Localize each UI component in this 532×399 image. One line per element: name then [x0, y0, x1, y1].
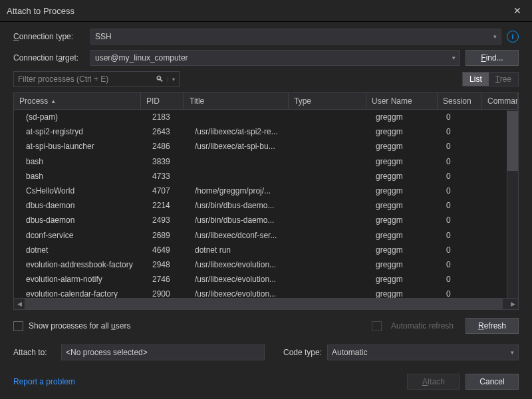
code-type-value: Automatic [332, 348, 367, 357]
attach-button: Attach [407, 374, 460, 390]
cell-process: evolution-addressbook-factory [14, 260, 147, 269]
view-tree-button[interactable]: Tree [489, 72, 518, 86]
cell-user: greggm [370, 231, 441, 240]
cell-session: 0 [441, 157, 485, 166]
cell-pid: 2689 [147, 231, 190, 240]
cell-pid: 3839 [147, 157, 190, 166]
table-row[interactable]: at-spi-bus-launcher2486/usr/libexec/at-s… [14, 139, 507, 154]
scroll-right-icon[interactable]: ▶ [507, 301, 518, 307]
vertical-scrollbar[interactable] [507, 110, 518, 298]
chevron-down-icon: ▾ [452, 55, 456, 61]
table-row[interactable]: bash4733greggm0 [14, 169, 507, 184]
column-header-type[interactable]: Type [289, 93, 366, 109]
cancel-button[interactable]: Cancel [466, 374, 519, 390]
find-button[interactable]: Find... [466, 50, 519, 66]
cell-title: /usr/libexec/evolution... [190, 289, 293, 298]
cell-user: greggm [370, 112, 441, 122]
cell-session: 0 [441, 231, 485, 240]
table-row[interactable]: evolution-addressbook-factory2948/usr/li… [14, 257, 507, 272]
cell-process: evolution-alarm-notify [14, 275, 147, 284]
table-row[interactable]: dconf-service2689/usr/libexec/dconf-ser.… [14, 228, 507, 243]
column-header-session[interactable]: Session [438, 93, 482, 109]
cell-title: /usr/libexec/at-spi-bu... [190, 142, 293, 151]
cell-user: greggm [370, 172, 441, 181]
show-all-users-checkbox[interactable] [13, 321, 23, 331]
table-row[interactable]: evolution-alarm-notify2746/usr/libexec/e… [14, 272, 507, 287]
scrollbar-thumb[interactable] [25, 299, 503, 309]
code-type-label: Code type: [283, 348, 322, 357]
table-row[interactable]: dbus-daemon2214/usr/bin/dbus-daemo...gre… [14, 198, 507, 213]
search-icon: 🔍︎ [156, 74, 164, 84]
table-body: (sd-pam)2183greggm0at-spi2-registryd2643… [14, 110, 507, 298]
info-icon[interactable]: i [507, 31, 519, 43]
cell-pid: 2183 [147, 112, 190, 122]
attach-to-field[interactable]: <No process selected> [61, 344, 265, 360]
chevron-down-icon[interactable]: ▾ [168, 76, 175, 82]
cell-process: dotnet [14, 245, 147, 255]
cell-session: 0 [441, 112, 485, 122]
cell-user: greggm [370, 289, 441, 298]
attach-to-process-dialog: Attach to Process ✕ Connection type: SSH… [0, 0, 532, 399]
connection-type-combo[interactable]: SSH ▾ [90, 29, 501, 45]
cell-user: greggm [370, 275, 441, 284]
process-table: Process▲ PID Title Type User Name Sessio… [13, 92, 519, 310]
cell-pid: 2643 [147, 127, 190, 136]
cell-process: dbus-daemon [14, 201, 147, 210]
chevron-down-icon: ▾ [493, 33, 497, 40]
filter-input[interactable]: Filter processes (Ctrl + E) 🔍︎ ▾ [13, 71, 180, 87]
cell-process: (sd-pam) [14, 112, 147, 122]
table-row[interactable]: CsHelloWorld4707/home/greggm/proj/...gre… [14, 184, 507, 198]
cell-user: greggm [370, 127, 441, 136]
connection-type-value: SSH [95, 32, 112, 41]
cell-session: 0 [441, 275, 485, 284]
table-row[interactable]: evolution-calendar-factory2900/usr/libex… [14, 287, 507, 298]
column-header-pid[interactable]: PID [141, 93, 184, 109]
report-problem-link[interactable]: Report a problem [13, 377, 75, 386]
cell-user: greggm [370, 245, 441, 255]
table-row[interactable]: bash3839greggm0 [14, 154, 507, 169]
cell-session: 0 [441, 127, 485, 136]
column-header-cmd[interactable]: Command Line [482, 93, 518, 109]
table-row[interactable]: dotnet4649dotnet rungreggm0 [14, 243, 507, 257]
attach-to-value: <No process selected> [66, 348, 148, 357]
scroll-left-icon[interactable]: ◀ [14, 301, 25, 307]
connection-target-combo[interactable]: user@my_linux_computer ▾ [90, 50, 460, 66]
table-header: Process▲ PID Title Type User Name Sessio… [14, 93, 518, 110]
cell-process: evolution-calendar-factory [14, 289, 147, 298]
cell-pid: 2493 [147, 215, 190, 225]
cell-session: 0 [441, 201, 485, 210]
cell-pid: 2900 [147, 289, 190, 298]
column-header-title[interactable]: Title [184, 93, 289, 109]
cell-session: 0 [441, 142, 485, 151]
cell-process: bash [14, 172, 147, 181]
cell-process: at-spi-bus-launcher [14, 142, 147, 151]
view-toggle: List Tree [462, 72, 519, 86]
code-type-combo[interactable]: Automatic ▾ [327, 344, 519, 360]
cell-user: greggm [370, 142, 441, 151]
cell-session: 0 [441, 172, 485, 181]
cell-process: bash [14, 157, 147, 166]
cell-title: /usr/libexec/evolution... [190, 260, 293, 269]
cell-session: 0 [441, 245, 485, 255]
connection-target-value: user@my_linux_computer [95, 53, 188, 63]
horizontal-scrollbar[interactable]: ◀ ▶ [14, 298, 518, 309]
connection-target-label: Connection target: [13, 53, 85, 63]
view-list-button[interactable]: List [463, 72, 489, 86]
cell-session: 0 [441, 215, 485, 225]
column-header-process[interactable]: Process▲ [14, 93, 141, 109]
column-header-user[interactable]: User Name [366, 93, 438, 109]
cell-user: greggm [370, 186, 441, 196]
table-row[interactable]: dbus-daemon2493/usr/bin/dbus-daemo...gre… [14, 213, 507, 227]
scrollbar-thumb[interactable] [507, 111, 518, 171]
table-row[interactable]: at-spi2-registryd2643/usr/libexec/at-spi… [14, 124, 507, 139]
chevron-down-icon: ▾ [511, 349, 514, 356]
cell-session: 0 [441, 289, 485, 298]
cell-title: /usr/libexec/at-spi2-re... [190, 127, 293, 136]
refresh-button[interactable]: Refresh [466, 318, 519, 334]
cell-pid: 2948 [147, 260, 190, 269]
show-all-users-label: Show processes for all users [29, 321, 130, 331]
close-icon[interactable]: ✕ [509, 1, 525, 20]
cell-user: greggm [370, 157, 441, 166]
table-row[interactable]: (sd-pam)2183greggm0 [14, 110, 507, 124]
cell-pid: 2486 [147, 142, 190, 151]
